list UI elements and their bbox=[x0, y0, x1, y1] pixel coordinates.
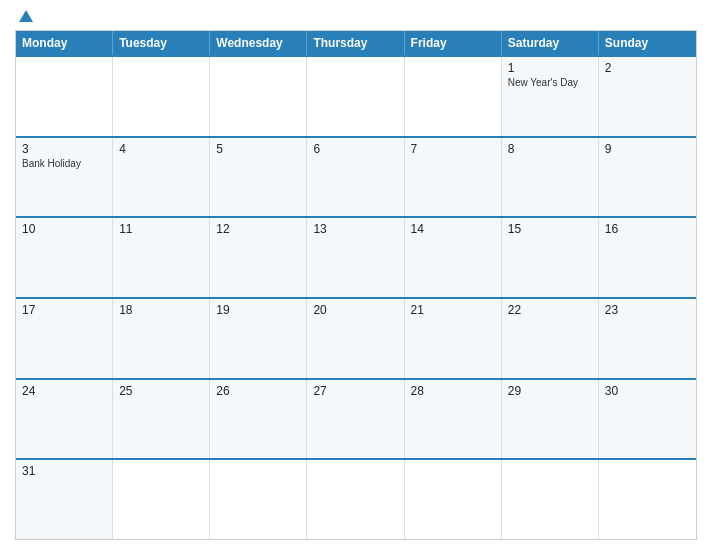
day-number: 30 bbox=[605, 384, 690, 398]
weekday-header-tuesday: Tuesday bbox=[113, 31, 210, 55]
day-number: 23 bbox=[605, 303, 690, 317]
calendar-cell bbox=[307, 460, 404, 539]
logo-triangle-icon bbox=[19, 10, 33, 22]
day-number: 8 bbox=[508, 142, 592, 156]
day-number: 25 bbox=[119, 384, 203, 398]
calendar-grid: MondayTuesdayWednesdayThursdayFridaySatu… bbox=[15, 30, 697, 540]
day-number: 6 bbox=[313, 142, 397, 156]
calendar-cell: 11 bbox=[113, 218, 210, 297]
weekday-header-wednesday: Wednesday bbox=[210, 31, 307, 55]
day-number: 16 bbox=[605, 222, 690, 236]
calendar-cell: 7 bbox=[405, 138, 502, 217]
calendar-week-0: 1New Year's Day2 bbox=[16, 55, 696, 136]
day-number: 1 bbox=[508, 61, 592, 75]
day-number: 29 bbox=[508, 384, 592, 398]
calendar-cell: 31 bbox=[16, 460, 113, 539]
day-number: 4 bbox=[119, 142, 203, 156]
calendar-cell: 28 bbox=[405, 380, 502, 459]
calendar-cell: 29 bbox=[502, 380, 599, 459]
day-number: 13 bbox=[313, 222, 397, 236]
calendar-cell: 13 bbox=[307, 218, 404, 297]
calendar-cell: 25 bbox=[113, 380, 210, 459]
weekday-header-monday: Monday bbox=[16, 31, 113, 55]
day-number: 17 bbox=[22, 303, 106, 317]
calendar-cell bbox=[113, 57, 210, 136]
calendar-cell bbox=[599, 460, 696, 539]
calendar-cell: 27 bbox=[307, 380, 404, 459]
day-number: 2 bbox=[605, 61, 690, 75]
day-number: 28 bbox=[411, 384, 495, 398]
calendar-cell: 6 bbox=[307, 138, 404, 217]
calendar-cell: 30 bbox=[599, 380, 696, 459]
calendar-body: 1New Year's Day23Bank Holiday45678910111… bbox=[16, 55, 696, 539]
calendar-cell: 24 bbox=[16, 380, 113, 459]
calendar-page: MondayTuesdayWednesdayThursdayFridaySatu… bbox=[0, 0, 712, 550]
day-number: 26 bbox=[216, 384, 300, 398]
day-event-label: Bank Holiday bbox=[22, 158, 106, 169]
calendar-cell bbox=[16, 57, 113, 136]
calendar-cell: 8 bbox=[502, 138, 599, 217]
day-number: 18 bbox=[119, 303, 203, 317]
calendar-cell: 16 bbox=[599, 218, 696, 297]
weekday-header-thursday: Thursday bbox=[307, 31, 404, 55]
day-number: 27 bbox=[313, 384, 397, 398]
calendar-cell: 19 bbox=[210, 299, 307, 378]
calendar-cell: 2 bbox=[599, 57, 696, 136]
page-header bbox=[15, 10, 697, 22]
calendar-week-4: 24252627282930 bbox=[16, 378, 696, 459]
calendar-cell: 3Bank Holiday bbox=[16, 138, 113, 217]
calendar-cell bbox=[405, 57, 502, 136]
calendar-cell bbox=[210, 460, 307, 539]
calendar-cell bbox=[210, 57, 307, 136]
calendar-cell: 10 bbox=[16, 218, 113, 297]
calendar-cell: 5 bbox=[210, 138, 307, 217]
calendar-cell: 23 bbox=[599, 299, 696, 378]
day-number: 15 bbox=[508, 222, 592, 236]
day-event-label: New Year's Day bbox=[508, 77, 592, 88]
calendar-cell: 15 bbox=[502, 218, 599, 297]
calendar-cell: 26 bbox=[210, 380, 307, 459]
calendar-cell: 4 bbox=[113, 138, 210, 217]
calendar-week-3: 17181920212223 bbox=[16, 297, 696, 378]
logo bbox=[15, 10, 37, 22]
weekday-header-sunday: Sunday bbox=[599, 31, 696, 55]
day-number: 12 bbox=[216, 222, 300, 236]
day-number: 7 bbox=[411, 142, 495, 156]
day-number: 31 bbox=[22, 464, 106, 478]
calendar-cell bbox=[405, 460, 502, 539]
day-number: 24 bbox=[22, 384, 106, 398]
calendar-cell bbox=[113, 460, 210, 539]
day-number: 20 bbox=[313, 303, 397, 317]
calendar-cell: 21 bbox=[405, 299, 502, 378]
calendar-cell: 17 bbox=[16, 299, 113, 378]
weekday-header-friday: Friday bbox=[405, 31, 502, 55]
weekday-header-saturday: Saturday bbox=[502, 31, 599, 55]
calendar-cell: 22 bbox=[502, 299, 599, 378]
calendar-cell bbox=[307, 57, 404, 136]
calendar-cell: 1New Year's Day bbox=[502, 57, 599, 136]
day-number: 5 bbox=[216, 142, 300, 156]
calendar-week-1: 3Bank Holiday456789 bbox=[16, 136, 696, 217]
calendar-cell: 14 bbox=[405, 218, 502, 297]
calendar-cell: 18 bbox=[113, 299, 210, 378]
day-number: 9 bbox=[605, 142, 690, 156]
calendar-week-5: 31 bbox=[16, 458, 696, 539]
day-number: 22 bbox=[508, 303, 592, 317]
calendar-cell: 9 bbox=[599, 138, 696, 217]
day-number: 11 bbox=[119, 222, 203, 236]
calendar-cell bbox=[502, 460, 599, 539]
calendar-cell: 20 bbox=[307, 299, 404, 378]
day-number: 3 bbox=[22, 142, 106, 156]
calendar-cell: 12 bbox=[210, 218, 307, 297]
day-number: 19 bbox=[216, 303, 300, 317]
day-number: 21 bbox=[411, 303, 495, 317]
day-number: 10 bbox=[22, 222, 106, 236]
calendar-week-2: 10111213141516 bbox=[16, 216, 696, 297]
weekday-header-row: MondayTuesdayWednesdayThursdayFridaySatu… bbox=[16, 31, 696, 55]
day-number: 14 bbox=[411, 222, 495, 236]
